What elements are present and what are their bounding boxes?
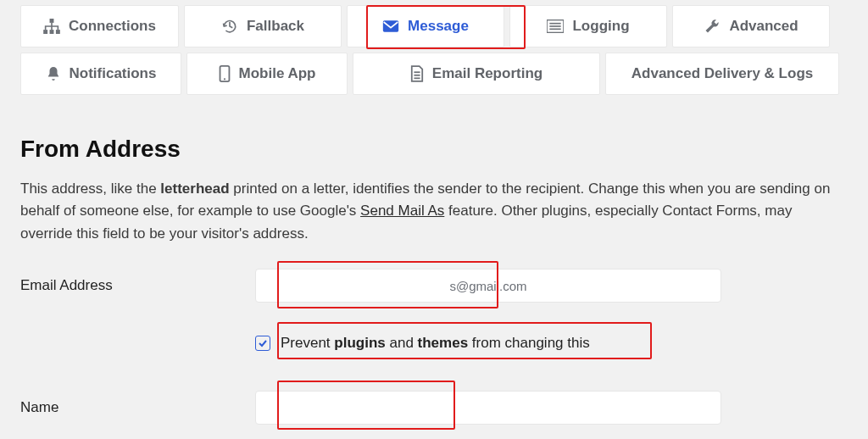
prevent-override-row: Prevent plugins and themes from changing…	[20, 303, 848, 352]
tab-label: Message	[408, 18, 469, 35]
tab-email-reporting[interactable]: Email Reporting	[353, 53, 600, 95]
tab-message[interactable]: Message	[347, 5, 504, 47]
svg-rect-1	[43, 30, 47, 34]
section-heading: From Address	[20, 136, 848, 163]
svg-rect-4	[383, 20, 398, 31]
section-description: This address, like the letterhead printe…	[20, 178, 848, 245]
email-address-input[interactable]	[255, 269, 721, 303]
settings-tabs-row-2: Notifications Mobile App Email Reporting…	[20, 53, 848, 95]
tab-logging[interactable]: Logging	[509, 5, 667, 47]
email-address-row: Email Address	[20, 269, 848, 303]
send-mail-as-link[interactable]: Send Mail As	[360, 203, 444, 219]
bell-icon	[46, 65, 61, 82]
tab-label: Email Reporting	[432, 65, 542, 82]
settings-tabs-row-1: Connections Fallback Message Logging Adv…	[20, 5, 848, 47]
tab-label: Fallback	[247, 18, 304, 35]
tab-connections[interactable]: Connections	[20, 5, 179, 47]
history-icon	[221, 18, 238, 35]
name-row: Name	[20, 391, 848, 425]
tab-advanced-delivery-logs[interactable]: Advanced Delivery & Logs	[605, 53, 839, 95]
tab-label: Notifications	[70, 65, 157, 82]
tab-notifications[interactable]: Notifications	[20, 53, 181, 95]
sitemap-icon	[43, 19, 60, 34]
doc-icon	[410, 65, 424, 82]
svg-rect-3	[56, 30, 60, 34]
email-address-label: Email Address	[20, 277, 255, 294]
svg-point-10	[223, 78, 225, 80]
svg-rect-2	[50, 30, 54, 34]
prevent-override-checkbox[interactable]	[255, 336, 270, 351]
name-label: Name	[20, 399, 255, 416]
svg-rect-0	[50, 19, 54, 23]
list-icon	[547, 19, 564, 33]
tab-label: Advanced	[729, 18, 798, 35]
tab-mobile-app[interactable]: Mobile App	[186, 53, 348, 95]
tab-label: Logging	[572, 18, 629, 35]
wrench-icon	[704, 18, 721, 35]
tab-label: Mobile App	[239, 65, 316, 82]
tab-label: Connections	[69, 18, 156, 35]
tab-fallback[interactable]: Fallback	[184, 5, 342, 47]
name-input[interactable]	[255, 391, 721, 425]
tab-advanced[interactable]: Advanced	[672, 5, 830, 47]
envelope-icon	[382, 19, 399, 33]
prevent-override-label: Prevent plugins and themes from changing…	[281, 335, 590, 352]
mobile-icon	[219, 65, 231, 82]
tab-label: Advanced Delivery & Logs	[632, 65, 813, 82]
